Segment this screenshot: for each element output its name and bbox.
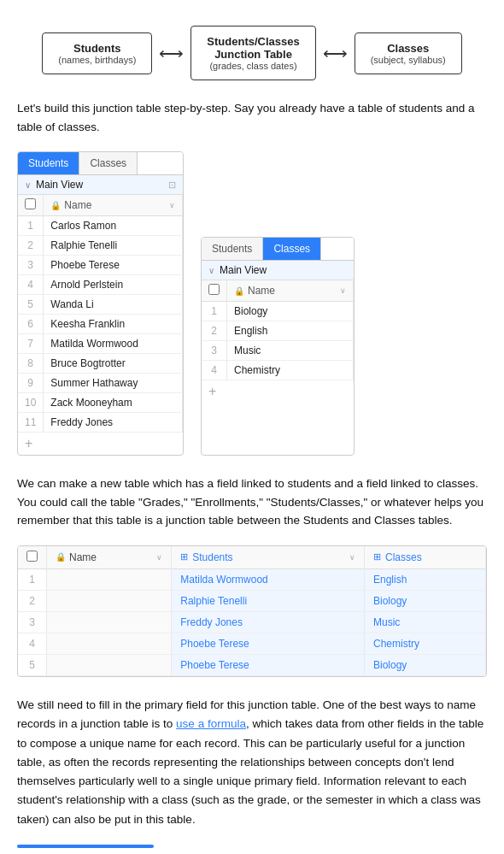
expand-icon: ⊡ [168, 180, 176, 191]
db-icon-classes: ⊞ [373, 551, 381, 562]
row-num: 4 [18, 275, 44, 295]
bottom-bar [17, 845, 154, 848]
chevron-icon-2: ∨ [208, 266, 214, 275]
table-row: 3 Phoebe Terese [18, 256, 183, 275]
classes-tab-bar: Students Classes [202, 238, 354, 261]
jt-classes-label: Classes [385, 551, 422, 563]
table-row: 6 Keesha Franklin [18, 315, 183, 334]
students-tab-bar: Students Classes [18, 152, 183, 175]
row-name: Arnold Perlstein [44, 275, 183, 295]
jt-row-num: 1 [18, 568, 47, 590]
jt-row-students: Ralphie Tenelli [172, 590, 365, 611]
classes-widget: Students Classes ∨ Main View 🔒 Name ∨ [201, 237, 355, 456]
row-num: 2 [202, 321, 227, 341]
table-row: 3 Freddy Jones Music [18, 611, 486, 633]
jt-row-classes: Biology [364, 590, 485, 611]
table-row: 2 English [202, 321, 354, 341]
left-arrow: ⟷ [159, 43, 184, 63]
jt-row-name [47, 633, 172, 654]
lock-icon-2: 🔒 [234, 286, 244, 296]
jt-lock-icon: 🔒 [56, 552, 66, 562]
row-num: 2 [18, 236, 44, 256]
jt-row-name [47, 611, 172, 633]
jt-num-header [18, 546, 47, 569]
row-name: Chemistry [227, 361, 354, 380]
row-num: 3 [202, 341, 227, 361]
students-tab[interactable]: Students [18, 152, 79, 174]
table-row: 10 Zack Mooneyham [18, 393, 183, 413]
classes-add-row-button[interactable]: + [202, 380, 354, 403]
table-row: 11 Freddy Jones [18, 413, 183, 433]
tables-area: Students Classes ∨ Main View ⊡ 🔒 Name [17, 151, 487, 456]
students-box-title: Students [58, 42, 136, 55]
classes-box-title: Classes [371, 42, 446, 55]
jt-students-label: Students [192, 551, 232, 563]
jt-students-header: ⊞ Students ∨ [172, 546, 365, 569]
jt-row-classes: Biology [364, 654, 485, 675]
students-view-name: Main View [36, 179, 163, 191]
junction-table-wrapper: 🔒 Name ∨ ⊞ Students ∨ [17, 545, 487, 677]
junction-table: 🔒 Name ∨ ⊞ Students ∨ [18, 546, 486, 676]
row-name: Ralphie Tenelli [44, 236, 183, 256]
table-row: 3 Music [202, 341, 354, 361]
row-name: Freddy Jones [44, 413, 183, 433]
intro-text: Let's build this junction table step-by-… [17, 99, 487, 136]
jt-row-name [47, 654, 172, 675]
select-all-checkbox[interactable] [25, 198, 36, 209]
classes-tab-active[interactable]: Classes [263, 238, 321, 260]
jt-name-header: 🔒 Name ∨ [47, 546, 172, 569]
students-box-subtitle: (names, birthdays) [58, 55, 136, 65]
jt-sort-icon: ∨ [156, 553, 162, 562]
jt-select-all[interactable] [26, 551, 38, 562]
junction-box-subtitle2: Junction Table [207, 48, 299, 61]
formula-link[interactable]: use a formula [176, 717, 246, 730]
row-name: Carlos Ramon [44, 216, 183, 236]
jt-name-label: Name [69, 551, 97, 563]
row-name: English [227, 321, 354, 341]
row-num: 5 [18, 295, 44, 315]
row-name: Wanda Li [44, 295, 183, 315]
jt-row-students: Freddy Jones [172, 611, 365, 633]
jt-row-classes: Chemistry [364, 633, 485, 654]
classes-view-bar: ∨ Main View [202, 261, 354, 280]
row-num: 11 [18, 413, 44, 433]
junction-box: Students/Classes Junction Table (grades,… [190, 26, 315, 80]
table-row: 7 Matilda Wormwood [18, 334, 183, 354]
add-row-button[interactable]: + [18, 433, 183, 455]
classes-tab-students[interactable]: Classes [79, 152, 138, 174]
classes-name-label: Name [248, 285, 275, 297]
sort-icon-2: ∨ [340, 286, 346, 295]
sort-icon: ∨ [169, 201, 175, 209]
row-name: Matilda Wormwood [44, 334, 183, 354]
row-num: 9 [18, 374, 44, 393]
table-row: 4 Arnold Perlstein [18, 275, 183, 295]
row-name: Music [227, 341, 354, 361]
students-at-table: 🔒 Name ∨ 1 Carlos Ramon 2 Ralphie Tenell… [18, 195, 183, 433]
table-row: 1 Carlos Ramon [18, 216, 183, 236]
students-box: Students (names, birthdays) [42, 32, 152, 74]
table-row: 1 Matilda Wormwood English [18, 568, 486, 590]
table-row: 1 Biology [202, 302, 354, 321]
row-name: Biology [227, 302, 354, 321]
lock-icon: 🔒 [50, 201, 61, 210]
jt-students-sort: ∨ [349, 553, 355, 562]
bottom-text: We still need to fill in the primary fie… [17, 696, 487, 829]
jt-classes-header: ⊞ Classes [364, 546, 485, 569]
bottom-text-2: , which takes data from other fields in … [17, 717, 483, 825]
students-tab-classes[interactable]: Students [202, 238, 263, 260]
jt-row-num: 4 [18, 633, 47, 654]
table-row: 9 Summer Hathaway [18, 374, 183, 393]
mid-text: We can make a new table which has a fiel… [17, 474, 487, 530]
row-name: Phoebe Terese [44, 256, 183, 275]
jt-row-classes: English [364, 568, 485, 590]
row-name: Summer Hathaway [44, 374, 183, 393]
classes-view-name: Main View [220, 264, 347, 276]
chevron-icon: ∨ [25, 180, 31, 190]
classes-at-table: 🔒 Name ∨ 1 Biology 2 English 3 Music 4 C… [202, 280, 354, 380]
diagram: Students (names, birthdays) ⟷ Students/C… [17, 26, 487, 80]
junction-box-title: Students/Classes [207, 35, 299, 48]
table-row: 4 Chemistry [202, 361, 354, 380]
jt-row-name [47, 568, 172, 590]
right-arrow: ⟷ [323, 43, 348, 63]
classes-select-all[interactable] [208, 284, 220, 295]
